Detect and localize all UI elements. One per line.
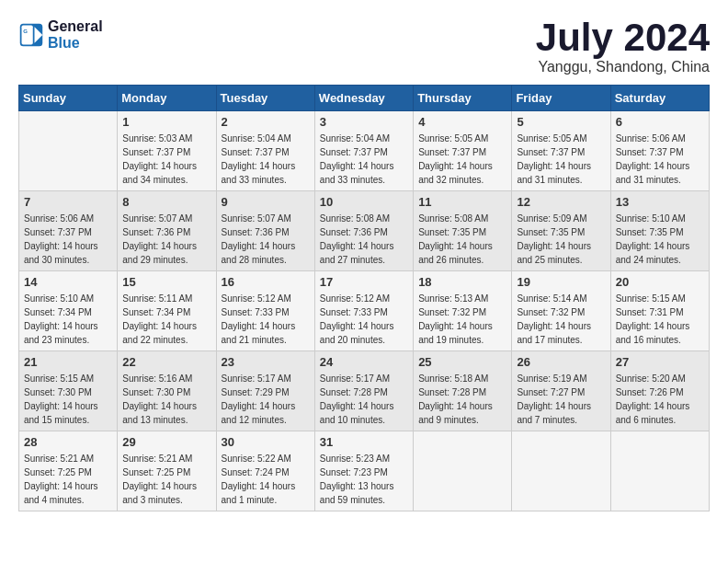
day-info: Sunrise: 5:03 AMSunset: 7:37 PMDaylight:… bbox=[122, 132, 210, 187]
calendar-cell: 26Sunrise: 5:19 AMSunset: 7:27 PMDayligh… bbox=[512, 351, 610, 431]
calendar-cell bbox=[610, 431, 709, 511]
day-info: Sunrise: 5:15 AMSunset: 7:31 PMDaylight:… bbox=[616, 292, 704, 347]
day-info: Sunrise: 5:08 AMSunset: 7:36 PMDaylight:… bbox=[320, 212, 408, 267]
day-number: 2 bbox=[222, 115, 310, 129]
calendar-week-row: 21Sunrise: 5:15 AMSunset: 7:30 PMDayligh… bbox=[19, 351, 710, 431]
header-monday: Monday bbox=[118, 86, 216, 111]
calendar-cell: 19Sunrise: 5:14 AMSunset: 7:32 PMDayligh… bbox=[512, 271, 610, 351]
calendar-week-row: 1Sunrise: 5:03 AMSunset: 7:37 PMDaylight… bbox=[19, 111, 710, 191]
calendar-cell: 22Sunrise: 5:16 AMSunset: 7:30 PMDayligh… bbox=[118, 351, 216, 431]
header-sunday: Sunday bbox=[19, 86, 118, 111]
day-number: 24 bbox=[320, 355, 408, 369]
day-number: 31 bbox=[320, 435, 408, 449]
calendar-cell: 24Sunrise: 5:17 AMSunset: 7:28 PMDayligh… bbox=[314, 351, 413, 431]
calendar-cell: 20Sunrise: 5:15 AMSunset: 7:31 PMDayligh… bbox=[610, 271, 709, 351]
calendar-cell: 6Sunrise: 5:06 AMSunset: 7:37 PMDaylight… bbox=[610, 111, 709, 191]
day-number: 20 bbox=[616, 275, 704, 289]
day-number: 7 bbox=[24, 195, 112, 209]
day-info: Sunrise: 5:13 AMSunset: 7:32 PMDaylight:… bbox=[418, 292, 506, 347]
day-number: 17 bbox=[320, 275, 408, 289]
calendar-cell: 12Sunrise: 5:09 AMSunset: 7:35 PMDayligh… bbox=[512, 191, 610, 271]
day-info: Sunrise: 5:05 AMSunset: 7:37 PMDaylight:… bbox=[517, 132, 605, 187]
calendar-cell bbox=[512, 431, 610, 511]
day-info: Sunrise: 5:05 AMSunset: 7:37 PMDaylight:… bbox=[418, 132, 506, 187]
day-number: 15 bbox=[122, 275, 210, 289]
calendar-cell: 11Sunrise: 5:08 AMSunset: 7:35 PMDayligh… bbox=[414, 191, 512, 271]
calendar-cell bbox=[414, 431, 512, 511]
day-number: 14 bbox=[24, 275, 112, 289]
calendar-cell: 16Sunrise: 5:12 AMSunset: 7:33 PMDayligh… bbox=[216, 271, 314, 351]
day-number: 13 bbox=[616, 195, 704, 209]
day-info: Sunrise: 5:17 AMSunset: 7:29 PMDaylight:… bbox=[222, 372, 310, 427]
day-number: 11 bbox=[418, 195, 506, 209]
calendar-cell: 31Sunrise: 5:23 AMSunset: 7:23 PMDayligh… bbox=[314, 431, 413, 511]
day-info: Sunrise: 5:06 AMSunset: 7:37 PMDaylight:… bbox=[24, 212, 112, 267]
header-thursday: Thursday bbox=[414, 86, 512, 111]
day-info: Sunrise: 5:15 AMSunset: 7:30 PMDaylight:… bbox=[24, 372, 112, 427]
calendar-cell: 30Sunrise: 5:22 AMSunset: 7:24 PMDayligh… bbox=[216, 431, 314, 511]
svg-text:G: G bbox=[23, 28, 28, 34]
calendar-cell: 25Sunrise: 5:18 AMSunset: 7:28 PMDayligh… bbox=[414, 351, 512, 431]
day-number: 28 bbox=[24, 435, 112, 449]
calendar-cell: 2Sunrise: 5:04 AMSunset: 7:37 PMDaylight… bbox=[216, 111, 314, 191]
logo: G General Blue bbox=[18, 18, 103, 52]
day-number: 27 bbox=[616, 355, 704, 369]
title-section: July 2024 Yanggu, Shandong, China bbox=[536, 18, 710, 75]
calendar-cell: 18Sunrise: 5:13 AMSunset: 7:32 PMDayligh… bbox=[414, 271, 512, 351]
day-info: Sunrise: 5:08 AMSunset: 7:35 PMDaylight:… bbox=[418, 212, 506, 267]
header-wednesday: Wednesday bbox=[314, 86, 413, 111]
day-number: 30 bbox=[222, 435, 310, 449]
day-number: 5 bbox=[517, 115, 605, 129]
day-info: Sunrise: 5:04 AMSunset: 7:37 PMDaylight:… bbox=[320, 132, 408, 187]
day-number: 25 bbox=[418, 355, 506, 369]
calendar-cell: 27Sunrise: 5:20 AMSunset: 7:26 PMDayligh… bbox=[610, 351, 709, 431]
logo-icon: G bbox=[18, 22, 44, 48]
page-header: G General Blue July 2024 Yanggu, Shandon… bbox=[18, 18, 710, 75]
day-number: 8 bbox=[122, 195, 210, 209]
day-info: Sunrise: 5:06 AMSunset: 7:37 PMDaylight:… bbox=[616, 132, 704, 187]
day-number: 21 bbox=[24, 355, 112, 369]
day-info: Sunrise: 5:12 AMSunset: 7:33 PMDaylight:… bbox=[320, 292, 408, 347]
calendar-cell: 29Sunrise: 5:21 AMSunset: 7:25 PMDayligh… bbox=[118, 431, 216, 511]
day-number: 10 bbox=[320, 195, 408, 209]
calendar-cell: 21Sunrise: 5:15 AMSunset: 7:30 PMDayligh… bbox=[19, 351, 118, 431]
day-number: 9 bbox=[222, 195, 310, 209]
day-info: Sunrise: 5:12 AMSunset: 7:33 PMDaylight:… bbox=[222, 292, 310, 347]
day-info: Sunrise: 5:07 AMSunset: 7:36 PMDaylight:… bbox=[222, 212, 310, 267]
month-year-title: July 2024 bbox=[536, 18, 710, 57]
day-number: 1 bbox=[122, 115, 210, 129]
day-number: 23 bbox=[222, 355, 310, 369]
calendar-cell: 4Sunrise: 5:05 AMSunset: 7:37 PMDaylight… bbox=[414, 111, 512, 191]
day-info: Sunrise: 5:18 AMSunset: 7:28 PMDaylight:… bbox=[418, 372, 506, 427]
calendar-cell: 23Sunrise: 5:17 AMSunset: 7:29 PMDayligh… bbox=[216, 351, 314, 431]
day-number: 26 bbox=[517, 355, 605, 369]
day-info: Sunrise: 5:04 AMSunset: 7:37 PMDaylight:… bbox=[222, 132, 310, 187]
day-info: Sunrise: 5:14 AMSunset: 7:32 PMDaylight:… bbox=[517, 292, 605, 347]
calendar-cell: 3Sunrise: 5:04 AMSunset: 7:37 PMDaylight… bbox=[314, 111, 413, 191]
calendar-cell bbox=[19, 111, 118, 191]
day-info: Sunrise: 5:07 AMSunset: 7:36 PMDaylight:… bbox=[122, 212, 210, 267]
header-friday: Friday bbox=[512, 86, 610, 111]
calendar-cell: 10Sunrise: 5:08 AMSunset: 7:36 PMDayligh… bbox=[314, 191, 413, 271]
day-info: Sunrise: 5:10 AMSunset: 7:34 PMDaylight:… bbox=[24, 292, 112, 347]
day-info: Sunrise: 5:17 AMSunset: 7:28 PMDaylight:… bbox=[320, 372, 408, 427]
day-info: Sunrise: 5:09 AMSunset: 7:35 PMDaylight:… bbox=[517, 212, 605, 267]
day-number: 12 bbox=[517, 195, 605, 209]
header-tuesday: Tuesday bbox=[216, 86, 314, 111]
day-info: Sunrise: 5:20 AMSunset: 7:26 PMDaylight:… bbox=[616, 372, 704, 427]
calendar-week-row: 28Sunrise: 5:21 AMSunset: 7:25 PMDayligh… bbox=[19, 431, 710, 511]
day-info: Sunrise: 5:16 AMSunset: 7:30 PMDaylight:… bbox=[122, 372, 210, 427]
calendar-table: SundayMondayTuesdayWednesdayThursdayFrid… bbox=[18, 85, 710, 511]
day-number: 6 bbox=[616, 115, 704, 129]
calendar-cell: 8Sunrise: 5:07 AMSunset: 7:36 PMDaylight… bbox=[118, 191, 216, 271]
day-info: Sunrise: 5:10 AMSunset: 7:35 PMDaylight:… bbox=[616, 212, 704, 267]
logo-text: General Blue bbox=[48, 18, 103, 52]
day-info: Sunrise: 5:11 AMSunset: 7:34 PMDaylight:… bbox=[122, 292, 210, 347]
day-number: 29 bbox=[122, 435, 210, 449]
calendar-cell: 28Sunrise: 5:21 AMSunset: 7:25 PMDayligh… bbox=[19, 431, 118, 511]
day-number: 3 bbox=[320, 115, 408, 129]
location-subtitle: Yanggu, Shandong, China bbox=[536, 59, 710, 75]
calendar-cell: 17Sunrise: 5:12 AMSunset: 7:33 PMDayligh… bbox=[314, 271, 413, 351]
calendar-cell: 9Sunrise: 5:07 AMSunset: 7:36 PMDaylight… bbox=[216, 191, 314, 271]
day-info: Sunrise: 5:22 AMSunset: 7:24 PMDaylight:… bbox=[222, 452, 310, 507]
